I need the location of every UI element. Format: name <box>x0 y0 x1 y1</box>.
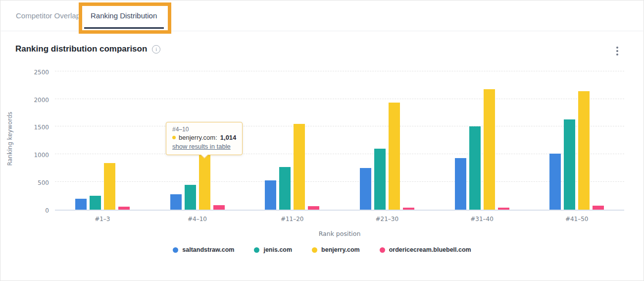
page: Competitor Overlap Ranking Distribution … <box>0 0 644 281</box>
bar-ordericecream.bluebell.com[interactable] <box>308 206 319 210</box>
bar-saltandstraw.com[interactable] <box>265 180 276 210</box>
legend-item-jenis.com[interactable]: jenis.com <box>254 246 292 253</box>
kebab-menu-icon[interactable] <box>613 45 622 57</box>
bar-saltandstraw.com[interactable] <box>549 154 561 210</box>
y-axis-tick-label: 500 <box>15 179 49 186</box>
bar-jenis.com[interactable] <box>279 167 291 210</box>
bar-ordericecream.bluebell.com[interactable] <box>118 207 130 210</box>
bar-group-slot: #41–50 <box>529 67 624 210</box>
bar-group-slot: #11–20 <box>245 67 340 210</box>
bar-benjerry.com[interactable] <box>199 154 210 210</box>
bar-jenis.com[interactable] <box>90 196 101 210</box>
legend-label: jenis.com <box>263 246 292 253</box>
legend-dot-icon <box>173 247 178 253</box>
tab-ranking-distribution[interactable]: Ranking Distribution <box>91 11 157 20</box>
y-axis-title: Ranking keywords <box>3 67 16 211</box>
bar-group-slot: #21–30 <box>340 67 435 210</box>
bar-benjerry.com[interactable] <box>484 89 495 210</box>
tooltip-series-row: benjerry.com: 1,014 <box>172 134 236 141</box>
bar-saltandstraw.com[interactable] <box>360 168 371 210</box>
y-axis-tick-label: 2500 <box>15 69 49 76</box>
tab-bar: Competitor Overlap Ranking Distribution <box>1 0 643 31</box>
bar-benjerry.com[interactable] <box>389 103 400 210</box>
x-axis-title: Rank position <box>55 230 624 237</box>
y-axis-tick-label: 1000 <box>15 152 49 159</box>
bar-groups: #1–3#4–10#11–20#21–30#31–40#41–50 <box>55 67 624 210</box>
bar-benjerry.com[interactable] <box>578 91 590 210</box>
tooltip-category: #4–10 <box>172 126 236 133</box>
x-axis-category-label: #41–50 <box>565 216 589 223</box>
bar-jenis.com[interactable] <box>564 119 575 210</box>
bar-group-slot: #1–3 <box>55 67 150 210</box>
active-tab-underline <box>84 27 164 29</box>
bar-jenis.com[interactable] <box>374 149 386 210</box>
legend-label: ordericecream.bluebell.com <box>389 246 471 253</box>
chart-tooltip: #4–10 benjerry.com: 1,014 show results i… <box>166 122 243 155</box>
bar-group-3: #11–20 <box>265 67 319 210</box>
info-icon[interactable]: i <box>152 45 160 54</box>
x-axis-category-label: #31–40 <box>470 216 494 223</box>
y-axis-tick-labels: 05001000150020002500 <box>15 67 49 211</box>
x-axis-category-label: #21–30 <box>376 216 399 223</box>
bar-group-4: #21–30 <box>360 67 414 210</box>
tooltip-value: 1,014 <box>220 134 237 141</box>
bar-jenis.com[interactable] <box>469 126 481 210</box>
chart-legend: saltandstraw.comjenis.combenjerry.comord… <box>0 246 644 253</box>
legend-item-saltandstraw.com[interactable]: saltandstraw.com <box>173 246 234 253</box>
card-header: Ranking distribution comparison i <box>15 44 160 54</box>
legend-dot-icon <box>254 247 259 253</box>
bar-ordericecream.bluebell.com[interactable] <box>213 205 225 210</box>
legend-label: saltandstraw.com <box>182 246 234 253</box>
bar-ordericecream.bluebell.com[interactable] <box>498 208 509 210</box>
y-axis-tick-label: 1500 <box>15 124 49 131</box>
bar-saltandstraw.com[interactable] <box>75 199 87 210</box>
chart-plot-area: #1–3#4–10#11–20#21–30#31–40#41–50 <box>55 67 624 211</box>
bar-saltandstraw.com[interactable] <box>170 194 182 210</box>
bar-group-1: #1–3 <box>75 67 130 210</box>
legend-label: benjerry.com <box>321 246 360 253</box>
tab-competitor-overlap[interactable]: Competitor Overlap <box>16 11 80 20</box>
bar-group-6: #41–50 <box>549 67 604 210</box>
y-axis-tick-label: 0 <box>15 207 49 214</box>
legend-dot-icon <box>312 247 317 253</box>
bar-saltandstraw.com[interactable] <box>455 158 466 210</box>
x-axis-category-label: #1–3 <box>95 216 110 223</box>
page-title: Ranking distribution comparison <box>15 44 147 54</box>
x-axis-category-label: #4–10 <box>188 216 207 223</box>
x-axis-category-label: #11–20 <box>281 216 304 223</box>
tooltip-series-name: benjerry.com: <box>179 134 217 141</box>
bar-ordericecream.bluebell.com[interactable] <box>593 206 604 210</box>
y-axis-tick-label: 2000 <box>15 97 49 104</box>
legend-item-benjerry.com[interactable]: benjerry.com <box>312 246 360 253</box>
bar-group-slot: #31–40 <box>435 67 530 210</box>
bar-benjerry.com[interactable] <box>294 124 305 210</box>
bar-ordericecream.bluebell.com[interactable] <box>403 208 414 210</box>
legend-item-ordericecream.bluebell.com[interactable]: ordericecream.bluebell.com <box>380 246 471 253</box>
bar-group-5: #31–40 <box>455 67 509 210</box>
tooltip-show-results-link[interactable]: show results in table <box>172 143 231 150</box>
bar-benjerry.com[interactable] <box>104 163 115 210</box>
legend-dot-icon <box>380 247 385 253</box>
tooltip-series-dot-icon <box>172 136 176 139</box>
bar-jenis.com[interactable] <box>185 185 196 210</box>
